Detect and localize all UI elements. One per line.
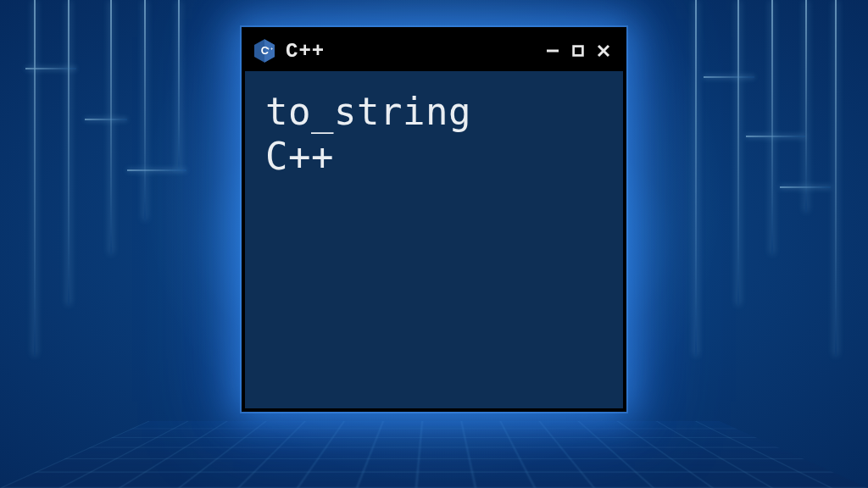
svg-rect-6 (574, 47, 583, 56)
close-button[interactable] (593, 40, 615, 62)
window-title: C++ (286, 40, 325, 63)
window-controls (542, 40, 615, 62)
titlebar: C + + C++ (245, 30, 623, 71)
svg-text:+: + (270, 47, 273, 51)
window-content: to_string C++ (245, 71, 623, 198)
code-line-2: C++ (265, 135, 603, 180)
code-line-1: to_string (265, 90, 603, 135)
app-window: C + + C++ to_string C++ (242, 27, 626, 412)
cpp-icon: C + + (252, 38, 277, 64)
maximize-button[interactable] (567, 40, 589, 62)
svg-text:+: + (267, 47, 270, 51)
minimize-button[interactable] (542, 40, 564, 62)
